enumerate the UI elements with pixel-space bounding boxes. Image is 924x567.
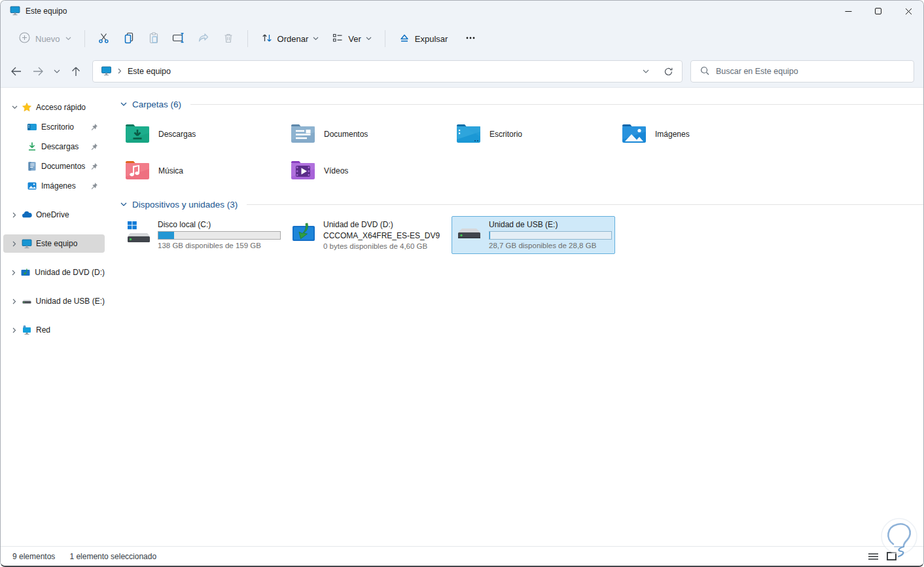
- sidebar-item-label: Escritorio: [41, 122, 74, 132]
- forward-button[interactable]: [27, 60, 49, 82]
- folder-tile-pictures[interactable]: Imágenes: [617, 116, 774, 153]
- sort-icon: [261, 32, 273, 46]
- sidebar-item-network[interactable]: Red: [3, 321, 105, 339]
- folder-label: Descargas: [158, 130, 196, 139]
- pin-icon: [90, 162, 98, 170]
- folder-label: Música: [158, 166, 183, 175]
- search-icon: [700, 66, 709, 77]
- new-button[interactable]: Nuevo: [12, 28, 78, 49]
- breadcrumb-root[interactable]: Este equipo: [128, 67, 171, 76]
- section-header-folders[interactable]: Carpetas (6): [120, 100, 923, 109]
- section-collapse-icon[interactable]: [120, 202, 127, 207]
- delete-button[interactable]: [216, 27, 241, 50]
- new-plus-icon: [19, 32, 30, 45]
- drive-info: Disco local (C:) 138 GB disponibles de 1…: [158, 220, 279, 249]
- copy-icon: [122, 31, 135, 46]
- folder-tile-downloads[interactable]: Descargas: [120, 116, 277, 153]
- section-collapse-icon[interactable]: [120, 102, 127, 107]
- recent-locations-button[interactable]: [49, 60, 65, 82]
- sidebar-item-usb-drive[interactable]: Unidad de USB (E:): [3, 292, 105, 310]
- content-area: Acceso rápido Escritorio Descargas: [1, 88, 923, 546]
- rename-button[interactable]: [166, 27, 191, 50]
- thumbnail-view-button[interactable]: [885, 551, 897, 562]
- pin-icon: [90, 182, 98, 190]
- drive-volume-label: CCCOMA_X64FRE_ES-ES_DV9: [323, 231, 440, 240]
- chevron-collapsed-icon[interactable]: [9, 299, 20, 304]
- cut-button[interactable]: [92, 27, 116, 50]
- minimize-button[interactable]: [833, 1, 863, 22]
- more-options-button[interactable]: [458, 27, 483, 50]
- window-controls: [833, 1, 923, 22]
- breadcrumb: Este equipo: [101, 65, 171, 78]
- documents-icon: [27, 161, 37, 172]
- folder-tile-desktop[interactable]: Escritorio: [452, 116, 609, 153]
- sidebar-item-pictures[interactable]: Imágenes: [3, 177, 105, 195]
- sidebar-item-documents[interactable]: Documentos: [3, 157, 105, 175]
- sidebar-item-desktop[interactable]: Escritorio: [3, 118, 105, 136]
- folder-downloads-icon: [124, 123, 151, 146]
- address-dropdown-button[interactable]: [636, 62, 656, 81]
- up-button[interactable]: [65, 60, 87, 82]
- dvd-drive-icon: [291, 220, 317, 248]
- toolbar-separator: [84, 30, 85, 47]
- maximize-button[interactable]: [863, 1, 893, 22]
- chevron-down-icon: [65, 37, 71, 41]
- folder-tile-documents[interactable]: Documentos: [286, 116, 443, 153]
- section-title: Carpetas (6): [132, 100, 181, 109]
- drive-usage-fill: [489, 232, 490, 239]
- drive-usage-bar: [489, 231, 612, 240]
- drive-free-space: 28,7 GB disponibles de 28,8 GB: [489, 242, 611, 249]
- folder-tile-music[interactable]: Música: [120, 153, 277, 189]
- drives-row: Disco local (C:) 138 GB disponibles de 1…: [120, 216, 923, 254]
- back-button[interactable]: [5, 60, 27, 82]
- view-button[interactable]: Ver: [325, 28, 378, 50]
- drive-usage-fill: [158, 232, 174, 239]
- sidebar-item-quick-access[interactable]: Acceso rápido: [3, 98, 105, 117]
- share-button[interactable]: [191, 27, 216, 50]
- window-chrome: Este equipo Nuevo: [1, 1, 923, 88]
- search-input[interactable]: [716, 67, 907, 76]
- chevron-collapsed-icon[interactable]: [9, 212, 20, 218]
- sidebar-item-label: Red: [36, 325, 50, 335]
- sidebar-item-label: Acceso rápido: [36, 103, 86, 112]
- sidebar-item-dvd-drive[interactable]: Unidad de DVD (D:): [3, 263, 105, 282]
- new-button-label: Nuevo: [35, 34, 60, 44]
- drive-tile-local-disk-c[interactable]: Disco local (C:) 138 GB disponibles de 1…: [120, 216, 284, 254]
- sidebar-item-this-pc[interactable]: Este equipo: [3, 234, 105, 253]
- paste-button[interactable]: [141, 27, 166, 50]
- chevron-collapsed-icon[interactable]: [9, 327, 20, 333]
- network-icon: [22, 325, 32, 335]
- chevron-collapsed-icon[interactable]: [9, 270, 19, 276]
- sort-button[interactable]: Ordenar: [255, 28, 326, 50]
- more-icon: [465, 32, 476, 46]
- drive-name: Unidad de USB (E:): [489, 220, 611, 229]
- chevron-collapsed-icon[interactable]: [9, 241, 20, 247]
- share-icon: [197, 31, 210, 46]
- section-header-devices[interactable]: Dispositivos y unidades (3): [120, 200, 923, 210]
- copy-button[interactable]: [116, 27, 141, 50]
- section-rule: [247, 204, 923, 205]
- search-box[interactable]: [690, 60, 914, 82]
- sidebar-spacer: [1, 283, 107, 291]
- titlebar[interactable]: Este equipo: [1, 1, 923, 22]
- drive-usage-bar: [158, 231, 281, 240]
- close-button[interactable]: [893, 1, 923, 22]
- sidebar-item-downloads[interactable]: Descargas: [3, 137, 105, 156]
- eject-button-label: Expulsar: [415, 34, 448, 44]
- address-bar-controls: [636, 62, 678, 81]
- chevron-expanded-icon[interactable]: [9, 105, 20, 109]
- sort-button-label: Ordenar: [277, 34, 309, 44]
- details-view-button[interactable]: [867, 551, 879, 562]
- toolbar-separator: [385, 30, 385, 47]
- sidebar-item-onedrive[interactable]: OneDrive: [3, 206, 105, 224]
- folder-pictures-icon: [621, 123, 647, 146]
- drive-tile-dvd-d[interactable]: Unidad de DVD (D:) CCCOMA_X64FRE_ES-ES_D…: [286, 216, 450, 254]
- eject-button[interactable]: Expulsar: [392, 28, 455, 50]
- command-toolbar: Nuevo: [1, 22, 923, 56]
- refresh-button[interactable]: [658, 62, 678, 81]
- address-bar[interactable]: Este equipo: [92, 60, 683, 82]
- folder-tile-videos[interactable]: Vídeos: [286, 153, 443, 189]
- pin-icon: [90, 123, 98, 131]
- drive-free-space: 0 bytes disponibles de 4,60 GB: [323, 242, 440, 250]
- drive-tile-usb-e[interactable]: Unidad de USB (E:) 28,7 GB disponibles d…: [452, 216, 615, 254]
